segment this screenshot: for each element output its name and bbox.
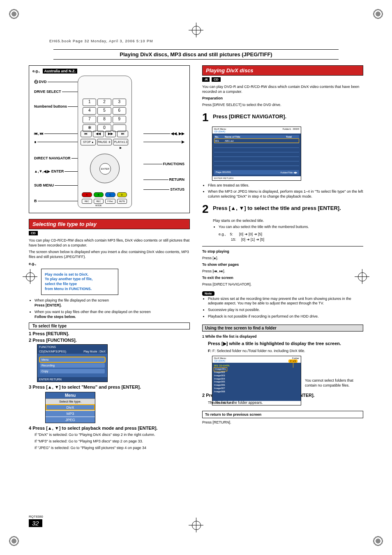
enter-button: ENTER [99, 163, 111, 175]
key-4: 4 [83, 107, 96, 115]
step1-text: Press [DIRECT NAVIGATOR]. [213, 111, 363, 120]
exit-h: To exit the screen [202, 276, 233, 280]
page-footer: RQT8380 32 [29, 515, 43, 527]
folder-note: You cannot select folders that contain n… [305, 378, 354, 388]
to-select-file-type-bar: To select file type [29, 322, 190, 329]
select-file-type-heading: Selecting file type to play [29, 219, 190, 229]
menu-title: Menu [46, 392, 95, 398]
lbl-r-functions: FUNCTIONS [163, 162, 185, 166]
big-2: 2 [202, 203, 213, 216]
key-3: 3 [113, 99, 126, 106]
tag-r: -R [202, 77, 210, 82]
col-no: No. [214, 135, 224, 139]
if-divx: If "DivX" is selected: Go to "Playing Di… [35, 432, 190, 437]
folder-count-tag: F 1/3 [288, 359, 297, 363]
bullet-play-displayed: When playing the file displayed on the s… [35, 298, 190, 308]
page-number: 32 [29, 519, 42, 527]
crop-mark [8, 8, 20, 20]
color-buttons: A B C D [82, 192, 127, 197]
func-row-copy: Copy [40, 369, 105, 373]
divx-intro: You can play DVD-R and CD-R/CD-RW discs … [202, 84, 363, 94]
func-row-recording: Recording [40, 363, 105, 368]
func-row-menu: Menu [40, 357, 105, 362]
folder-tree-screen: DivX MenuCD (DivX) Folder F 1/3 001 CD-D… [212, 356, 301, 405]
tree-s1b: Press [▶] while a title is highlighted t… [208, 341, 363, 347]
registration-mark [355, 269, 369, 284]
book-header-line: EH65.book Page 32 Monday, April 3, 2006 … [49, 39, 153, 43]
col-name: Name of Title [224, 135, 285, 139]
menu-subtitle: Select file type. [46, 398, 95, 404]
lbl-drive-select: DRIVE SELECT [34, 90, 61, 94]
func-mode: Play Mode : DivX [83, 350, 106, 353]
step-3: 3 Press [▲, ▼] to select "Menu" and pres… [29, 385, 190, 389]
color-b: B [94, 192, 104, 197]
key-ff: ▶▶ [105, 131, 116, 137]
s1-bullet1: Files are treated as titles. [208, 183, 363, 188]
key-2: 2 [97, 99, 111, 106]
lbl-stop: ∎ [34, 140, 37, 144]
pages-h: To show other pages [202, 263, 239, 267]
color-c: C [105, 192, 115, 197]
lbl-r-play: ▶ [182, 140, 184, 144]
number-keys: 1 2 3 4 5 6 7 8 9 ✻ 0 [83, 99, 126, 132]
tree-screen-heading: Using the tree screen to find a folder [202, 325, 363, 332]
lbl-dvd: ⏻ DVD [34, 80, 47, 84]
step-4: 4 Press [▲, ▼] to select playback mode a… [29, 426, 190, 431]
s2-bullet: You can also select the title with the n… [219, 225, 363, 230]
stop-t: Press [∎]. [202, 256, 363, 260]
tree-f: F: F: Selected folder no./Total folder n… [208, 348, 363, 353]
stop-pause-play: STOP ∎ PAUSE ⏸ PLAY/x1.3 ▶ [81, 139, 128, 145]
lbl-r-skip: ◀◀, ▶▶ [171, 131, 184, 136]
prep-heading: Preparation [202, 96, 223, 100]
lbl-r-status: STATUS [170, 187, 184, 191]
lbl-arrows-enter: ▲,▼,◀,▶ ENTER [34, 169, 64, 173]
menu-divx: DivX [46, 404, 95, 410]
lbl-b: B [34, 199, 37, 203]
rqt-code: RQT8380 [29, 515, 43, 518]
key-1: 1 [83, 99, 96, 106]
s2-sub: Play starts on the selected title. [213, 218, 363, 223]
eg-message-box: Play mode is set to DivX. To play anothe… [41, 269, 118, 295]
note1: Picture sizes set at the recording time … [208, 297, 363, 306]
playing-divx-heading: Playing DivX discs [202, 65, 363, 76]
menu-jpeg: JPEG [46, 417, 95, 423]
key-pause: PAUSE ⏸ [97, 139, 112, 145]
lbl-r-return: RETURN [169, 177, 185, 182]
transport-keys: ⏮ ◀◀ ▶▶ ⏭ [81, 131, 128, 137]
step-1: 1 Press [RETURN]. [29, 331, 190, 336]
divider [202, 246, 363, 246]
crop-mark [372, 535, 384, 547]
menu-mp3: MP3 [46, 410, 95, 417]
registration-mark [189, 23, 203, 37]
key-mute: MUTE [117, 199, 127, 204]
return-heading: To return to the previous screen [202, 411, 363, 418]
exit-t: Press [DIRECT NAVIGATOR]. [202, 282, 363, 287]
registration-mark [189, 518, 203, 532]
nav-circle: ENTER [90, 154, 120, 183]
key-frec: F Rec [105, 199, 115, 204]
menu-screen: Menu Select file type. DivX MP3 JPEG [45, 392, 95, 423]
crop-mark [372, 8, 384, 20]
func-hints: ENTER RETURN [39, 378, 62, 381]
key-stop: STOP ∎ [81, 139, 96, 145]
note-pill: Note [202, 291, 214, 296]
return-text: Press [RETURN]. [202, 420, 363, 425]
bullet-other-files: When you want to play files other than t… [35, 310, 190, 319]
stop-h: To stop playing [202, 249, 229, 253]
key-rec: REC [82, 199, 92, 204]
eg: e.g., [219, 232, 226, 236]
lbl-numbered: Numbered buttons [34, 104, 67, 108]
key-6: 6 [113, 107, 126, 115]
key-recmode: REC MODE [94, 199, 104, 204]
note2: Successive play is not possible. [208, 308, 363, 313]
note3: Playback is not possible if recording is… [208, 314, 363, 319]
key-9: 9 [113, 116, 126, 123]
if-jpeg: If "JPEG" is selected: Go to "Playing st… [35, 445, 190, 450]
color-d: D [117, 192, 127, 197]
key-play: PLAY/x1.3 ▶ [113, 139, 128, 145]
col-total: Total [285, 135, 299, 139]
if-mp3: If "MP3" is selected: Go to "Playing MP3… [35, 439, 190, 444]
remote-diagram: e.g., Australia and N.Z. ⏻ DVD DRIVE SEL… [29, 65, 190, 213]
big-1: 1 [202, 111, 213, 124]
lbl-sub-menu: SUB MENU [34, 183, 54, 187]
